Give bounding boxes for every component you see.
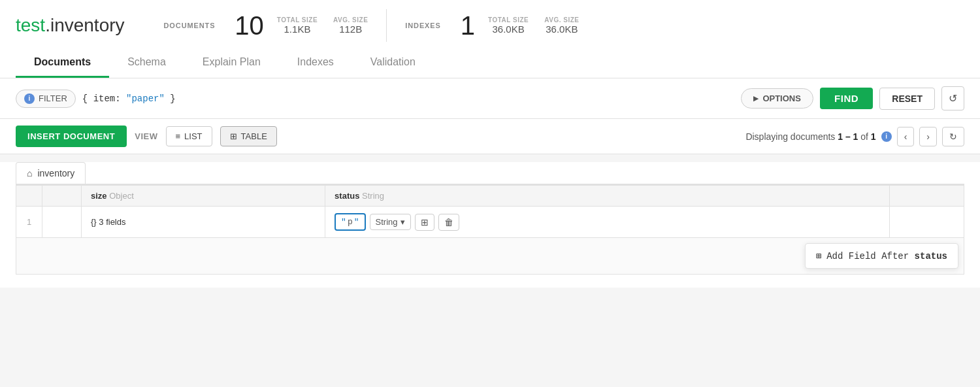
collection-name-title: inventory xyxy=(50,15,125,35)
col-size: size Object xyxy=(82,186,325,207)
tab-validation[interactable]: Validation xyxy=(352,50,434,78)
add-field-text: Add Field After status xyxy=(826,251,947,261)
add-field-button[interactable]: ⊞ xyxy=(415,214,434,231)
close-quote: " xyxy=(354,217,359,227)
idx-total-size-label: TOTAL SIZE xyxy=(488,16,529,24)
size-value: {} 3 fields xyxy=(91,217,126,227)
displaying-text: Displaying documents 1 – 1 of 1 xyxy=(745,131,875,142)
table-row: 1 {} 3 fields " p " String ▾ xyxy=(16,207,964,238)
tab-bar: Documents Schema Explain Plan Indexes Va… xyxy=(16,50,964,78)
delete-field-button[interactable]: 🗑 xyxy=(438,214,459,231)
table-icon: ⊞ xyxy=(230,131,237,141)
idx-size-stats: TOTAL SIZE 36.0KB AVG. SIZE 36.0KB xyxy=(488,16,579,35)
row-number-cell: 1 xyxy=(16,207,42,238)
doc-avg-size-block: AVG. SIZE 112B xyxy=(333,16,368,35)
add-field-tooltip[interactable]: ⊞ Add Field After status xyxy=(805,243,958,269)
reload-button[interactable]: ↻ xyxy=(942,127,964,146)
type-select-arrow-icon: ▾ xyxy=(400,217,405,227)
next-page-button[interactable]: › xyxy=(919,127,937,146)
documents-label: DOCUMENTS xyxy=(164,22,216,29)
add-field-cell: ⊞ Add Field After status xyxy=(16,238,964,275)
type-select-dropdown[interactable]: String ▾ xyxy=(370,214,411,230)
idx-total-size-block: TOTAL SIZE 36.0KB xyxy=(488,16,529,35)
db-name: test xyxy=(16,15,45,35)
filter-label: FILTER xyxy=(39,93,67,103)
doc-total-size-block: TOTAL SIZE 1.1KB xyxy=(277,16,318,35)
idx-avg-size-value: 36.0KB xyxy=(546,24,578,35)
action-bar: INSERT DOCUMENT VIEW ≡ LIST ⊞ TABLE Disp… xyxy=(0,119,980,154)
collection-icon: ⌂ xyxy=(27,168,32,178)
list-view-button[interactable]: ≡ LIST xyxy=(166,126,212,146)
find-button[interactable]: FIND xyxy=(820,88,873,109)
status-input-group: " p " String ▾ ⊞ 🗑 xyxy=(335,213,880,231)
indexes-label: INDEXES xyxy=(405,22,440,29)
size-cell: {} 3 fields xyxy=(82,207,325,238)
filter-button[interactable]: i FILTER xyxy=(16,90,76,108)
collection-header: ⌂ inventory xyxy=(16,162,964,185)
stat-divider xyxy=(386,9,387,42)
idx-avg-size-block: AVG. SIZE 36.0KB xyxy=(544,16,579,35)
display-info-icon: i xyxy=(881,131,892,142)
table-label: TABLE xyxy=(241,131,267,141)
db-collection-title: test.inventory xyxy=(16,15,125,36)
table-area: ⌂ inventory size Object status String 1 xyxy=(0,162,980,288)
data-table: size Object status String 1 {} 3 fields xyxy=(16,185,964,275)
col-row-number xyxy=(16,186,42,207)
filter-string-value: "paper" xyxy=(126,93,165,104)
tab-indexes[interactable]: Indexes xyxy=(279,50,352,78)
indexes-stat: INDEXES 1 TOTAL SIZE 36.0KB AVG. SIZE 36… xyxy=(405,12,579,39)
col-actions xyxy=(889,186,964,207)
add-field-plus-icon: ⊞ xyxy=(816,250,821,261)
add-field-row: ⊞ Add Field After status xyxy=(16,238,964,275)
type-select-value: String xyxy=(376,217,398,227)
table-header-row: size Object status String xyxy=(16,186,964,207)
doc-total-size-label: TOTAL SIZE xyxy=(277,16,318,24)
list-label: LIST xyxy=(184,131,202,141)
extra-cell xyxy=(889,207,964,238)
filter-expression: { item: "paper" } xyxy=(82,93,735,104)
filter-toolbar: i FILTER { item: "paper" } ▶ OPTIONS FIN… xyxy=(0,78,980,119)
col-expand xyxy=(42,186,82,207)
doc-avg-size-value: 112B xyxy=(339,24,362,35)
doc-size-stats: TOTAL SIZE 1.1KB AVG. SIZE 112B xyxy=(277,16,368,35)
options-button[interactable]: ▶ OPTIONS xyxy=(741,88,813,109)
header-stats: DOCUMENTS 10 TOTAL SIZE 1.1KB AVG. SIZE … xyxy=(164,9,580,42)
collection-tab-label: inventory xyxy=(37,168,74,178)
insert-document-button[interactable]: INSERT DOCUMENT xyxy=(16,126,127,147)
refresh-history-button[interactable]: ↺ xyxy=(941,86,964,110)
documents-count: 10 xyxy=(235,12,264,39)
tab-explain-plan[interactable]: Explain Plan xyxy=(184,50,279,78)
status-field-value: p xyxy=(348,217,353,227)
table-view-button[interactable]: ⊞ TABLE xyxy=(220,126,277,146)
indexes-count: 1 xyxy=(461,12,475,39)
status-cell[interactable]: " p " String ▾ ⊞ 🗑 xyxy=(325,207,890,238)
options-arrow-icon: ▶ xyxy=(753,95,759,102)
col-status: status String xyxy=(325,186,890,207)
doc-total-size-value: 1.1KB xyxy=(284,24,311,35)
collection-tab[interactable]: ⌂ inventory xyxy=(16,162,86,184)
add-field-tooltip-wrap: ⊞ Add Field After status xyxy=(16,238,964,274)
options-label: OPTIONS xyxy=(762,93,801,103)
idx-total-size-value: 36.0KB xyxy=(493,24,525,35)
display-info: Displaying documents 1 – 1 of 1 i ‹ › ↻ xyxy=(745,127,964,146)
open-quote: " xyxy=(341,217,346,227)
row-expand-cell xyxy=(42,207,82,238)
prev-page-button[interactable]: ‹ xyxy=(897,127,915,146)
page-header: test.inventory DOCUMENTS 10 TOTAL SIZE 1… xyxy=(0,0,980,78)
reset-button[interactable]: RESET xyxy=(879,88,935,110)
documents-stat: DOCUMENTS 10 TOTAL SIZE 1.1KB AVG. SIZE … xyxy=(164,12,368,39)
view-label: VIEW xyxy=(135,131,157,141)
header-top: test.inventory DOCUMENTS 10 TOTAL SIZE 1… xyxy=(16,9,964,42)
list-icon: ≡ xyxy=(176,131,181,141)
tab-documents[interactable]: Documents xyxy=(16,50,109,78)
doc-avg-size-label: AVG. SIZE xyxy=(333,16,368,24)
status-string-input[interactable]: " p " xyxy=(335,213,365,231)
tab-schema[interactable]: Schema xyxy=(109,50,184,78)
filter-info-icon: i xyxy=(24,93,35,104)
idx-avg-size-label: AVG. SIZE xyxy=(544,16,579,24)
